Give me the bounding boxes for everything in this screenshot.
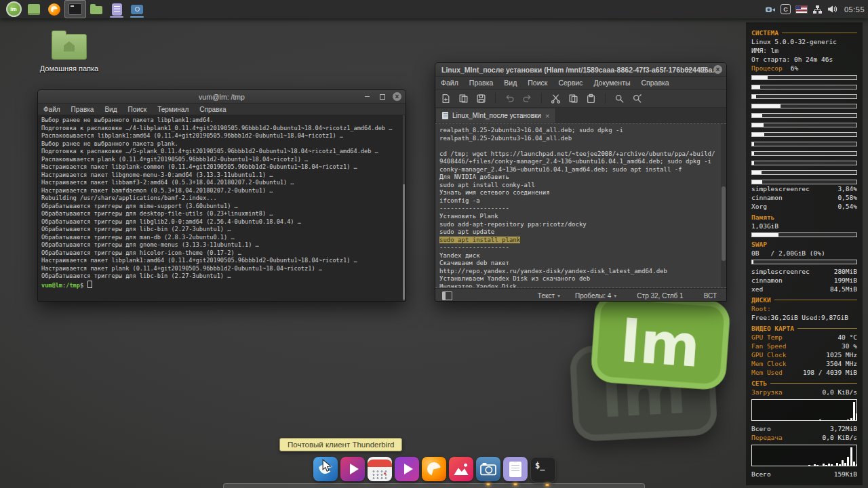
dock-item-photos[interactable]	[449, 457, 473, 481]
save-button[interactable]	[476, 94, 486, 104]
keyboard-layout-us-flag-icon[interactable]	[795, 5, 808, 14]
open-button[interactable]	[458, 94, 469, 104]
terminal-titlebar[interactable]: vum@lm: /tmp ×	[38, 90, 406, 104]
maximize-button[interactable]	[698, 65, 707, 74]
screenshot-launcher[interactable]	[127, 0, 147, 18]
minimize-button[interactable]	[684, 65, 692, 74]
side-panel-toggle-icon[interactable]	[442, 291, 452, 300]
dock-item-media-player[interactable]	[340, 457, 365, 481]
graph-bar	[808, 465, 810, 466]
toolbar-separator	[541, 93, 542, 104]
menu-item[interactable]: Вид	[498, 79, 522, 87]
find-replace-button[interactable]	[632, 94, 642, 104]
cpu-bar	[751, 161, 857, 165]
chevron-down-icon: ▾	[614, 293, 616, 299]
dock-item-firefox[interactable]	[422, 457, 446, 481]
dock: $_	[313, 457, 556, 483]
document-tab[interactable]: Linux_MInt_после установки ×	[436, 108, 556, 123]
terminal-menubar: ФайлПравкаВидПоискТерминалСправка	[38, 104, 406, 115]
scrollbar[interactable]	[403, 115, 405, 301]
clipboard-tray-icon[interactable]: C	[781, 4, 791, 14]
memory-bar	[751, 232, 857, 237]
upload-total-row: Всего159KiB	[751, 470, 857, 479]
tab-close-icon[interactable]: ×	[545, 112, 549, 120]
copy-button[interactable]	[568, 94, 578, 104]
menu-item[interactable]: Правка	[66, 106, 100, 113]
graph-bar	[850, 447, 852, 466]
disk-root-label: Root:	[751, 304, 857, 313]
volume-icon[interactable]	[827, 5, 837, 14]
undo-button[interactable]	[505, 94, 515, 104]
editor-line: cd /tmp; wget https://launchpad.net/~tee…	[439, 150, 722, 159]
play-icon	[350, 464, 359, 474]
dock-item-xed[interactable]	[503, 457, 528, 481]
screen-recorder-icon[interactable]	[765, 5, 776, 14]
uptime: От старта: 0h 24m 46s	[751, 55, 857, 64]
menu-item[interactable]: Поиск	[122, 106, 152, 113]
top-memory-processes: simplescreenrec280MiBcinnamon199MiBxed84…	[751, 267, 857, 293]
editor-line: Устанвливаем Yandex Disk из скачаного de…	[439, 275, 722, 283]
editor-titlebar[interactable]: Linux_MInt_после установки (Hlam /mnt/15…	[435, 63, 726, 77]
menu-item[interactable]: Файл	[435, 79, 464, 87]
dock-item-terminal[interactable]: $_	[530, 457, 556, 483]
menu-button[interactable]: lm	[3, 0, 24, 18]
system-tray: C 05:55	[765, 4, 865, 14]
language-selector[interactable]: Текст▾	[538, 292, 560, 300]
menu-item[interactable]: Поиск	[522, 79, 553, 87]
text-editor-icon	[112, 3, 122, 16]
conky-gpu-header: ВИДЕО КАРТА	[751, 324, 857, 333]
graph-bar	[839, 464, 841, 466]
editor-line: sudo apt install conky-all	[439, 182, 722, 190]
folder-icon	[90, 6, 102, 14]
close-button[interactable]: ×	[713, 65, 722, 74]
new-document-button[interactable]	[441, 94, 451, 104]
editor-line: Установить Plank	[439, 213, 722, 221]
show-desktop-button[interactable]	[24, 0, 44, 18]
files-launcher[interactable]	[86, 0, 106, 18]
dock-item-screenshot[interactable]	[476, 457, 500, 481]
menu-item[interactable]: Справка	[194, 106, 231, 113]
top-cpu-processes: simplescreenrec3,84%cinnamon0,58%Xorg0,5…	[751, 184, 857, 211]
terminal-line: Обрабатываются триггеры для mime-support…	[41, 203, 402, 211]
clock[interactable]: 05:55	[844, 5, 865, 14]
tab-width-selector[interactable]: Пробелы: 4▾	[575, 292, 616, 300]
menu-item[interactable]: Терминал	[152, 106, 194, 113]
menu-item[interactable]: Документы	[588, 79, 635, 87]
firefox-launcher[interactable]	[44, 0, 64, 18]
network-icon[interactable]	[812, 5, 823, 14]
graph-bar	[850, 418, 852, 420]
terminal-icon: $_	[535, 461, 545, 470]
cut-button[interactable]	[551, 94, 561, 104]
home-folder-desktop-icon[interactable]: Домашняя папка	[28, 30, 110, 73]
close-button[interactable]: ×	[393, 92, 401, 101]
cpu-bar	[751, 170, 857, 175]
minimize-button[interactable]	[363, 92, 372, 101]
graph-bar	[831, 464, 833, 466]
process-row: GPU Clock1025 MHz	[751, 350, 857, 359]
graph-bar	[836, 463, 838, 466]
graph-bar	[844, 463, 846, 466]
dock-item-calendar[interactable]	[368, 457, 392, 481]
graph-bar	[856, 413, 857, 420]
maximize-button[interactable]	[378, 92, 387, 101]
editor-line: realpath_8.25-2ubuntu3~16.04_all.deb; su…	[439, 127, 722, 135]
scrollbar[interactable]	[721, 124, 726, 287]
terminal-content[interactable]: Выбор ранее не выбранного пакета libplan…	[38, 115, 406, 301]
find-button[interactable]	[614, 94, 625, 104]
running-indicator	[514, 483, 517, 485]
redo-button[interactable]	[522, 94, 532, 104]
xed-launcher[interactable]	[106, 0, 127, 18]
menu-item[interactable]: Правка	[464, 79, 498, 87]
menu-item[interactable]: Сервис	[553, 79, 588, 87]
terminal-launcher[interactable]	[64, 0, 86, 18]
editor-content[interactable]: realpath_8.25-2ubuntu3~16.04_all.deb; su…	[435, 123, 726, 288]
menu-item[interactable]: Вид	[99, 106, 122, 113]
mouse-cursor	[321, 459, 333, 472]
cpu-bar	[751, 180, 857, 184]
menu-item[interactable]: Файл	[38, 106, 66, 113]
running-indicator	[110, 16, 123, 18]
dock-item-media-player-2[interactable]	[395, 457, 419, 481]
menu-item[interactable]: Справка	[636, 79, 675, 87]
selected-text: sudo apt install plank	[439, 237, 520, 243]
paste-button[interactable]	[586, 94, 596, 104]
